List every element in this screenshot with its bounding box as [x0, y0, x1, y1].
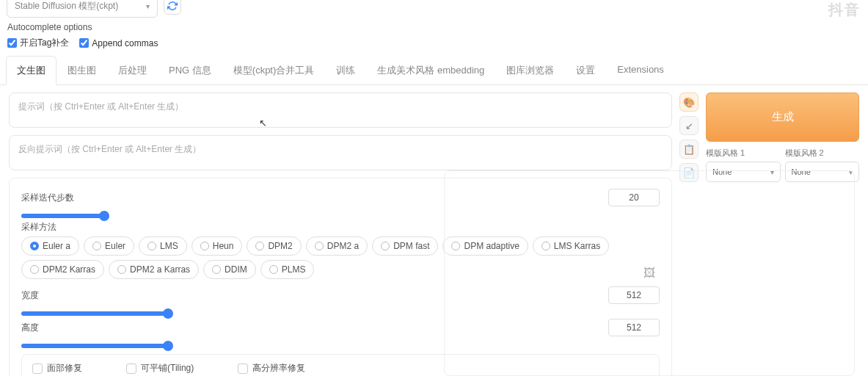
- palette-icon: 🎨: [683, 97, 695, 108]
- height-label: 高度: [21, 322, 39, 334]
- tab-5[interactable]: 训练: [325, 56, 366, 85]
- radio-icon: [117, 265, 126, 274]
- watermark: 抖音: [828, 0, 861, 20]
- tab-2[interactable]: 后处理: [107, 56, 158, 85]
- generate-button[interactable]: 生成: [706, 93, 859, 142]
- chevron-down-icon: ▾: [146, 2, 150, 10]
- method-dpm2[interactable]: DPM2: [247, 236, 301, 256]
- clipboard-button[interactable]: 📋: [679, 140, 699, 159]
- radio-icon: [212, 265, 221, 274]
- method-dpm2-karras[interactable]: DPM2 Karras: [21, 260, 104, 279]
- tab-8[interactable]: 设置: [565, 56, 606, 85]
- face-restore-checkbox[interactable]: 面部修复: [32, 362, 82, 375]
- preview-panel: 🖾: [444, 170, 855, 376]
- width-label: 宽度: [21, 289, 39, 302]
- checkbox-tag-complete[interactable]: 开启Tag补全: [7, 37, 69, 49]
- prompt-input[interactable]: 提示词（按 Ctrl+Enter 或 Alt+Enter 生成）: [9, 93, 672, 128]
- radio-icon: [315, 242, 324, 250]
- tiling-checkbox[interactable]: 可平铺(Tiling): [126, 362, 194, 375]
- style1-label: 模版风格 1: [706, 148, 781, 159]
- radio-icon: [147, 242, 156, 250]
- arrow-icon: ↙: [685, 120, 693, 131]
- refresh-button[interactable]: [164, 0, 181, 15]
- autocomplete-label: Autocomplete options: [0, 18, 868, 34]
- model-select[interactable]: Stable Diffusion 模型(ckpt) ▾: [7, 0, 158, 18]
- method-plms[interactable]: PLMS: [260, 260, 315, 279]
- tab-6[interactable]: 生成美术风格 embedding: [366, 56, 495, 85]
- style2-label: 模版风格 2: [785, 148, 860, 159]
- hires-checkbox[interactable]: 高分辨率修复: [238, 362, 305, 375]
- negative-prompt-input[interactable]: 反向提示词（按 Ctrl+Enter 或 Alt+Enter 生成）: [9, 135, 672, 170]
- clipboard-icon: 📋: [683, 144, 695, 155]
- steps-label: 采样迭代步数: [21, 192, 74, 204]
- method-euler[interactable]: Euler: [84, 236, 134, 256]
- radio-icon: [200, 242, 209, 250]
- tab-0[interactable]: 文生图: [6, 56, 56, 85]
- method-dpm2-a-karras[interactable]: DPM2 a Karras: [109, 260, 199, 279]
- checkbox-append-commas[interactable]: Append commas: [79, 38, 158, 48]
- tab-3[interactable]: PNG 信息: [158, 56, 222, 85]
- arrow-button[interactable]: ↙: [679, 116, 699, 135]
- tab-1[interactable]: 图生图: [56, 56, 107, 85]
- radio-icon: [30, 265, 39, 274]
- tab-9[interactable]: Extensions: [606, 56, 675, 85]
- radio-icon: [255, 242, 264, 250]
- tab-7[interactable]: 图库浏览器: [495, 56, 565, 85]
- image-icon: 🖾: [643, 267, 655, 280]
- method-heun[interactable]: Heun: [192, 236, 243, 256]
- method-lms[interactable]: LMS: [139, 236, 187, 256]
- model-placeholder: Stable Diffusion 模型(ckpt): [15, 0, 118, 12]
- method-dpm-fast[interactable]: DPM fast: [372, 236, 438, 256]
- method-euler-a[interactable]: Euler a: [21, 236, 79, 256]
- radio-icon: [269, 265, 278, 274]
- tab-4[interactable]: 模型(ckpt)合并工具: [222, 56, 326, 85]
- radio-icon: [92, 242, 101, 250]
- method-ddim[interactable]: DDIM: [203, 260, 256, 279]
- palette-button[interactable]: 🎨: [679, 93, 699, 112]
- tabs: 文生图图生图后处理PNG 信息模型(ckpt)合并工具训练生成美术风格 embe…: [0, 55, 868, 85]
- radio-icon: [30, 242, 39, 250]
- radio-icon: [381, 242, 390, 250]
- method-dpm2-a[interactable]: DPM2 a: [306, 236, 368, 256]
